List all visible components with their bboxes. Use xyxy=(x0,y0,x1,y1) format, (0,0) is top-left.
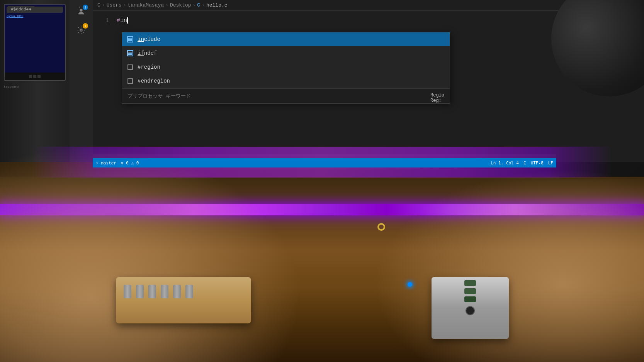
cursor xyxy=(127,17,128,24)
vscode-status-bar: ⚡ master ⊗ 0 ⚠ 0 Ln 1, Col 4 C UTF-8 LF xyxy=(93,158,556,167)
breadcrumb-lang: C xyxy=(197,2,200,8)
laptop-taskbar xyxy=(5,73,65,80)
breadcrumb-filename: hello.c xyxy=(206,2,228,8)
endregion-icon xyxy=(127,78,134,85)
footer-right: RegioReg: xyxy=(430,93,444,103)
ifndef-match: if xyxy=(138,50,144,56)
svg-point-1 xyxy=(80,29,82,31)
more-button[interactable]: ... xyxy=(77,2,90,10)
autocomplete-item-ifndef[interactable]: ifndef xyxy=(122,46,450,60)
status-branch[interactable]: ⚡ master xyxy=(96,161,116,166)
breadcrumb-users: Users xyxy=(107,2,122,8)
settings-badge: 1 xyxy=(83,23,88,29)
breadcrumb-desktop: Desktop xyxy=(170,2,191,8)
activity-bar: 1 1 xyxy=(70,0,93,162)
include-icon xyxy=(127,36,134,43)
breadcrumb-username: tanakaMasaya xyxy=(127,2,164,8)
region-icon xyxy=(127,64,134,71)
status-encoding[interactable]: UTF-8 xyxy=(531,161,544,166)
autocomplete-dropdown[interactable]: include ifndef xyxy=(122,32,450,104)
laptop-url: aya3.net xyxy=(7,14,63,18)
region-label: #region xyxy=(138,64,445,70)
partial-in: in xyxy=(120,17,127,24)
autocomplete-footer: プリプロセッサ キーワード RegioReg: xyxy=(122,88,450,103)
keyboard-hint: keyboard xyxy=(4,85,19,88)
autocomplete-item-endregion[interactable]: #endregion xyxy=(122,74,450,88)
include-label: include xyxy=(138,36,445,42)
tag-bubble: #$dddd44 xyxy=(8,6,34,13)
code-content-1: #in xyxy=(117,17,128,24)
autocomplete-item-region[interactable]: #region xyxy=(122,60,450,74)
breadcrumb-path: C xyxy=(97,2,100,8)
settings-icon-button[interactable]: 1 xyxy=(73,22,89,38)
ifndef-icon xyxy=(127,50,134,57)
endregion-label: #endregion xyxy=(138,78,445,84)
status-position: Ln 1, Col 4 xyxy=(491,161,519,166)
include-match: in xyxy=(138,36,144,42)
rgb-glow-bar xyxy=(0,204,644,215)
hash-char: # xyxy=(117,17,120,24)
footer-text: プリプロセッサ キーワード xyxy=(127,93,191,99)
autocomplete-item-include[interactable]: include xyxy=(122,32,450,46)
laptop-screen: #$dddd44 aya3.net xyxy=(4,4,66,81)
laptop-area: #$dddd44 aya3.net keyboard xyxy=(0,0,77,162)
status-errors[interactable]: ⊗ 0 ⚠ 0 xyxy=(121,161,139,166)
status-lang[interactable]: C xyxy=(523,161,526,166)
ifndef-label: ifndef xyxy=(138,50,445,56)
line-number-1: 1 xyxy=(97,17,109,24)
status-eol[interactable]: LF xyxy=(548,161,553,166)
